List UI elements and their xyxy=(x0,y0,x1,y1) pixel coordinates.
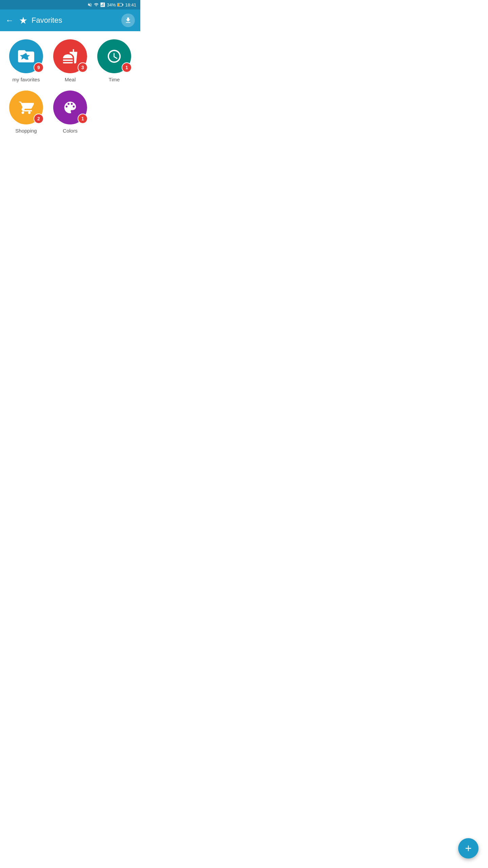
favorites-grid: 9 my favorites 3 Meal xyxy=(5,39,135,134)
back-button[interactable]: ← xyxy=(5,16,14,25)
label-time: Time xyxy=(109,77,120,82)
app-bar: ← ★ Favorites xyxy=(0,9,140,31)
label-colors: Colors xyxy=(63,128,77,134)
badge-my-favorites: 9 xyxy=(34,62,44,73)
palette-icon xyxy=(62,100,78,115)
circle-wrap-my-favorites: 9 xyxy=(9,39,43,73)
label-meal: Meal xyxy=(65,77,76,82)
badge-shopping: 2 xyxy=(34,114,44,124)
circle-wrap-time: 1 xyxy=(97,39,131,73)
battery-text: 34% xyxy=(107,2,116,7)
label-shopping: Shopping xyxy=(15,128,37,134)
star-icon: ★ xyxy=(19,15,27,26)
badge-colors: 1 xyxy=(78,114,88,124)
grid-item-time[interactable]: 1 Time xyxy=(94,39,135,82)
title-group: ★ Favorites xyxy=(19,15,62,26)
cart-icon xyxy=(18,100,34,115)
grid-item-shopping[interactable]: 2 Shopping xyxy=(5,91,47,134)
signal-icon xyxy=(100,2,105,7)
status-icons: 34% 18:41 xyxy=(87,2,136,7)
label-my-favorites: my favorites xyxy=(13,77,40,82)
badge-time: 1 xyxy=(122,62,132,73)
main-content: 9 my favorites 3 Meal xyxy=(0,31,140,150)
svg-rect-1 xyxy=(118,4,120,6)
circle-wrap-meal: 3 xyxy=(53,39,87,73)
page-title: Favorites xyxy=(32,16,62,25)
clock-icon xyxy=(106,48,122,64)
badge-meal: 3 xyxy=(78,62,88,73)
folder-star-icon xyxy=(17,49,35,64)
time-text: 18:41 xyxy=(125,2,136,7)
wifi-icon xyxy=(94,2,99,7)
fork-knife-icon xyxy=(62,48,78,64)
mute-icon xyxy=(87,2,92,7)
grid-item-colors[interactable]: 1 Colors xyxy=(49,91,91,134)
status-bar: 34% 18:41 xyxy=(0,0,140,9)
app-bar-left: ← ★ Favorites xyxy=(5,15,62,26)
download-button[interactable] xyxy=(121,14,135,27)
grid-item-my-favorites[interactable]: 9 my favorites xyxy=(5,39,47,82)
svg-rect-2 xyxy=(123,4,123,6)
circle-wrap-colors: 1 xyxy=(53,91,87,124)
grid-item-meal[interactable]: 3 Meal xyxy=(49,39,91,82)
download-icon xyxy=(124,17,132,24)
battery-icon xyxy=(117,3,123,7)
circle-wrap-shopping: 2 xyxy=(9,91,43,124)
